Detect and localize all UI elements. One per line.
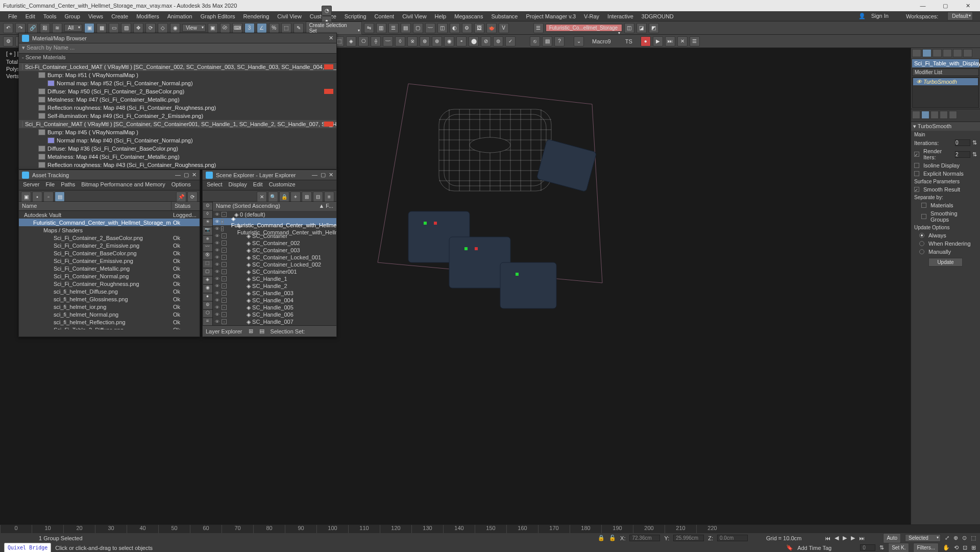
layer-explorer-icon[interactable]: ▤: [401, 23, 411, 33]
asset-row[interactable]: Maps / Shaders: [19, 226, 200, 234]
menu-select[interactable]: Select: [207, 181, 223, 189]
playback-start-icon[interactable]: ⏮: [825, 535, 830, 541]
scene-node-row[interactable]: 👁-◈ SC_Container_Locked_002: [213, 261, 336, 268]
asset-row[interactable]: sci_fi_helmet_ior.pngOk: [19, 303, 200, 310]
scene-node-row[interactable]: 👁-◈ SC_Container_002: [213, 239, 336, 247]
snap3d-icon[interactable]: 3: [244, 23, 255, 33]
layers-icon[interactable]: ≡: [324, 191, 334, 202]
signin-button[interactable]: 👤 Sign In: [854, 12, 897, 20]
scene-node-row[interactable]: 👁-◈ SC_Container_003: [213, 247, 336, 254]
modify-tab-icon[interactable]: [922, 49, 932, 57]
update-button[interactable]: Update: [928, 258, 962, 267]
move-icon[interactable]: ✥: [133, 23, 143, 33]
menu-create[interactable]: Create: [107, 12, 132, 20]
playback-end-icon[interactable]: ⏭: [859, 535, 865, 541]
menu-tools[interactable]: Tools: [39, 12, 61, 20]
pin-icon[interactable]: [912, 111, 920, 119]
material-row[interactable]: Sci-Fi_Container_Locked_MAT ( VRayMtl ) …: [19, 63, 336, 71]
record-icon[interactable]: ●: [641, 36, 651, 46]
add-time-tag[interactable]: Add Time Tag: [797, 545, 831, 551]
maximize-button[interactable]: ▢: [936, 1, 954, 10]
schematic-icon[interactable]: ◫: [437, 23, 448, 33]
time-tag-icon[interactable]: 🔖: [786, 544, 793, 551]
menu-interactive[interactable]: Interactive: [603, 12, 638, 20]
search-icon[interactable]: 🔍: [268, 191, 278, 202]
maximize-icon[interactable]: ▢: [321, 172, 326, 178]
tool-icon[interactable]: ◔: [322, 6, 332, 16]
layer-sel-icon[interactable]: ◩: [649, 23, 659, 33]
tool-icon[interactable]: ⎋: [530, 36, 540, 46]
menu-server[interactable]: Server: [23, 181, 39, 189]
align-icon[interactable]: ▥: [376, 23, 386, 33]
lock-icon[interactable]: 🔓: [609, 535, 616, 541]
render-iters-checkbox[interactable]: [914, 152, 919, 157]
scene-node-row[interactable]: 👁-◈ SC_Handle_005: [213, 304, 336, 311]
menu-file[interactable]: File: [4, 12, 21, 20]
filter-icon[interactable]: ⊚: [203, 302, 212, 309]
nav-icon[interactable]: ⤢: [945, 535, 949, 541]
next-icon[interactable]: ⏭: [665, 36, 675, 46]
menu-edit[interactable]: Edit: [253, 181, 263, 189]
menu-megascans[interactable]: Megascans: [450, 12, 487, 20]
explicit-normals-checkbox[interactable]: [914, 171, 919, 176]
filter-icon[interactable]: ⬚: [203, 260, 212, 268]
nav-icon[interactable]: ⬚: [971, 535, 976, 541]
asset-row[interactable]: Sci_Fi_Container_BaseColor.pngOk: [19, 249, 200, 257]
asset-row[interactable]: Sci_Fi_Container_Normal.pngOk: [19, 272, 200, 280]
object-name-field[interactable]: Sci_Fi_Table_with_Display_: [912, 59, 979, 67]
ts-label[interactable]: TS: [619, 38, 639, 44]
setkey-button[interactable]: Set K.: [888, 543, 909, 553]
playback-next-icon[interactable]: ▶: [851, 535, 855, 541]
tool-icon[interactable]: ✓: [505, 36, 516, 46]
keyboard-shortcut-icon[interactable]: ⌨: [232, 23, 242, 33]
menu-edit[interactable]: Edit: [21, 12, 39, 20]
menu-group[interactable]: Group: [60, 12, 84, 20]
menu-grapheditors[interactable]: Graph Editors: [197, 12, 239, 20]
minimize-icon[interactable]: —: [312, 172, 317, 178]
filter-icon[interactable]: ⦿: [203, 252, 212, 259]
scene-node-row[interactable]: 👁-◈ SC_Handle_004: [213, 297, 336, 304]
tool-icon[interactable]: ⟠: [371, 36, 381, 46]
manually-radio[interactable]: [919, 249, 924, 254]
tool-icon[interactable]: ▤: [542, 36, 552, 46]
material-row[interactable]: Reflection roughness: Map #48 (Sci_Fi_Co…: [19, 104, 336, 112]
filter-icon[interactable]: ◊: [203, 211, 212, 218]
nav-icon[interactable]: ✋: [943, 544, 950, 551]
chevron-down-icon[interactable]: ⌄: [574, 36, 584, 46]
window-cross-icon[interactable]: ▨: [121, 23, 131, 33]
x-input[interactable]: [629, 535, 660, 541]
filter-icon[interactable]: ⎈: [203, 236, 212, 243]
filter-icon[interactable]: ≡: [203, 318, 212, 325]
asset-row[interactable]: sci_fi_helmet_Glossiness.pngOk: [19, 295, 200, 303]
menu-bitmap[interactable]: Bitmap Performance and Memory: [81, 181, 165, 189]
layer-add-icon[interactable]: ◪: [636, 23, 647, 33]
refresh-icon[interactable]: ⟳: [187, 191, 198, 202]
show-end-icon[interactable]: [921, 111, 929, 119]
filter-icon[interactable]: 〰: [203, 244, 212, 251]
tool-icon[interactable]: ⬤: [469, 36, 479, 46]
close-icon[interactable]: ✕: [329, 172, 333, 178]
tool-icon[interactable]: ◉: [444, 36, 454, 46]
scene-node-row[interactable]: 👁-◈ SC_Handle_006: [213, 311, 336, 318]
toggle-ribbon-icon[interactable]: ▢: [413, 23, 423, 33]
asset-row[interactable]: Sci_Fi_Container_2_Emissive.pngOk: [19, 242, 200, 249]
menu-customize[interactable]: Customize: [269, 181, 296, 189]
materials-checkbox[interactable]: [921, 203, 926, 208]
close-button[interactable]: ✕: [959, 1, 977, 10]
tool-icon[interactable]: ▤: [259, 328, 264, 334]
tool-icon[interactable]: ▫: [43, 191, 54, 202]
menu-options[interactable]: Options: [172, 181, 191, 189]
undo-icon[interactable]: ↶: [3, 23, 13, 33]
spinner-icon[interactable]: ⇅: [972, 139, 977, 146]
tool-icon[interactable]: 〰: [383, 36, 393, 46]
add-icon[interactable]: +: [290, 191, 301, 202]
motion-tab-icon[interactable]: [943, 49, 952, 57]
close-icon[interactable]: ✕: [329, 35, 333, 41]
tool-icon[interactable]: ※: [407, 36, 418, 46]
tool-icon[interactable]: ⊛: [420, 36, 430, 46]
material-row[interactable]: Sci_Fi_Container_MAT ( VRayMtl ) [SC_Con…: [19, 120, 336, 128]
tool-icon[interactable]: ⊘: [481, 36, 491, 46]
filter-icon[interactable]: ⬡: [203, 310, 212, 317]
material-row[interactable]: Normal map: Map #40 (Sci_Fi_Container_No…: [19, 136, 336, 145]
turbosmooth-rollout[interactable]: ▾ TurboSmooth: [911, 122, 980, 131]
